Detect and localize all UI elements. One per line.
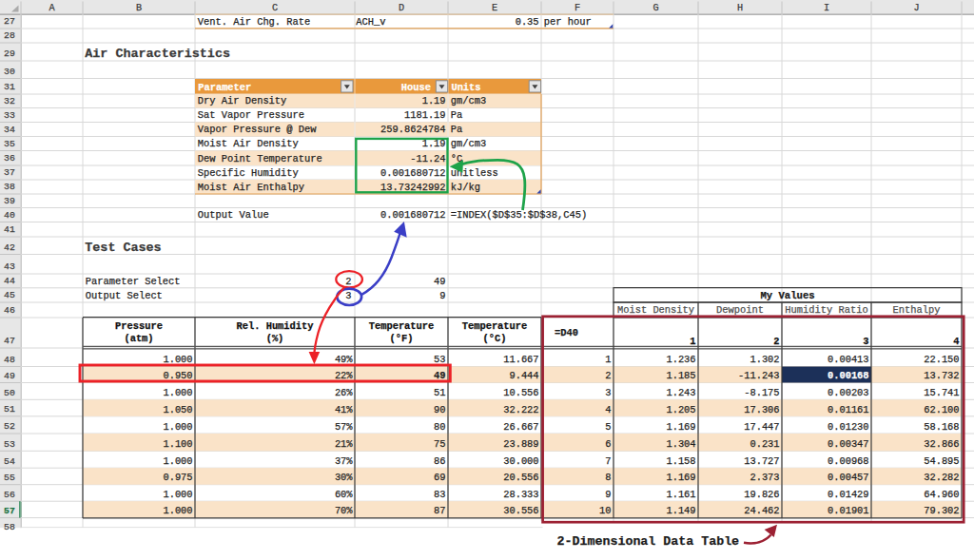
svg-text:10: 10 [599,505,611,516]
svg-text:48: 48 [4,355,15,365]
svg-text:20.556: 20.556 [503,472,538,483]
svg-text:19.826: 19.826 [744,489,779,500]
svg-text:(atm): (atm) [124,333,153,344]
svg-text:(°F): (°F) [390,333,414,344]
svg-text:39: 39 [4,196,15,206]
svg-text:Output Select: Output Select [86,290,163,301]
svg-text:35: 35 [4,139,15,149]
svg-text:57%: 57% [335,421,353,433]
svg-text:A: A [49,3,55,13]
svg-text:2-Dimensional Data Table: 2-Dimensional Data Table [557,534,740,549]
svg-text:57: 57 [4,506,15,516]
svg-text:0.001680712: 0.001680712 [380,209,446,221]
svg-text:1.158: 1.158 [666,455,695,467]
svg-text:50: 50 [4,388,15,398]
svg-text:21%: 21% [335,438,353,450]
svg-text:23.889: 23.889 [503,438,538,450]
svg-text:Pa: Pa [451,124,462,135]
svg-text:37%: 37% [335,455,353,467]
svg-text:90: 90 [434,404,445,415]
svg-text:54: 54 [4,456,15,467]
svg-text:26%: 26% [335,387,353,398]
svg-text:Specific Humidity: Specific Humidity [198,167,299,179]
svg-text:53: 53 [4,439,15,450]
svg-text:79.302: 79.302 [924,505,959,516]
svg-text:30.556: 30.556 [503,505,538,516]
svg-text:41%: 41% [335,404,353,415]
svg-text:0.00203: 0.00203 [828,387,869,398]
svg-text:38: 38 [4,182,15,192]
svg-text:1.149: 1.149 [666,505,695,516]
svg-text:3: 3 [345,290,351,301]
svg-text:32.866: 32.866 [924,438,959,450]
svg-text:52: 52 [4,421,15,432]
svg-text:0.01230: 0.01230 [828,421,869,433]
svg-text:0.00168: 0.00168 [828,370,869,381]
svg-text:2: 2 [345,276,351,287]
svg-text:17.306: 17.306 [744,404,779,415]
svg-text:31: 31 [4,82,15,92]
svg-text:44: 44 [4,276,15,286]
svg-text:J: J [913,3,919,13]
svg-text:1.050: 1.050 [163,404,192,415]
svg-text:0.00457: 0.00457 [828,472,869,483]
svg-text:17.447: 17.447 [744,421,779,433]
svg-text:ACH_v: ACH_v [356,16,385,28]
svg-text:H: H [737,3,743,13]
svg-text:70%: 70% [335,505,353,516]
svg-text:My Values: My Values [760,290,814,301]
svg-text:49: 49 [434,276,445,287]
svg-text:10.556: 10.556 [503,387,538,398]
svg-text:22.150: 22.150 [924,354,959,365]
svg-text:1.000: 1.000 [163,455,192,467]
svg-text:22%: 22% [335,370,353,381]
svg-text:54.895: 54.895 [924,455,959,467]
svg-text:Dewpoint: Dewpoint [716,304,764,316]
svg-text:Temperature: Temperature [462,320,528,332]
svg-text:49: 49 [4,371,15,381]
svg-text:28: 28 [4,30,15,41]
svg-text:83: 83 [434,489,445,500]
svg-text:259.8624784: 259.8624784 [380,124,446,135]
svg-text:Sat Vapor Pressure: Sat Vapor Pressure [198,109,304,121]
svg-text:0.231: 0.231 [750,438,779,450]
svg-text:9.444: 9.444 [509,370,538,381]
svg-text:1.185: 1.185 [666,370,695,381]
svg-text:Units: Units [451,82,480,93]
svg-text:51: 51 [4,404,15,415]
svg-text:9: 9 [439,290,445,301]
svg-text:D: D [399,3,404,13]
svg-text:7: 7 [605,455,611,467]
svg-text:64.960: 64.960 [924,489,959,500]
svg-text:1.302: 1.302 [750,354,779,365]
svg-text:C: C [272,3,278,13]
svg-text:Temperature: Temperature [369,320,435,332]
svg-text:Humidity Ratio: Humidity Ratio [785,304,867,316]
svg-text:Parameter Select: Parameter Select [86,276,181,287]
svg-text:30: 30 [4,67,15,77]
svg-text:45: 45 [4,290,15,300]
svg-text:Parameter: Parameter [198,82,251,93]
svg-text:1.000: 1.000 [163,387,192,398]
svg-text:G: G [653,3,658,13]
svg-text:86: 86 [434,455,445,467]
svg-text:B: B [136,3,142,13]
svg-text:32.282: 32.282 [924,472,959,483]
svg-text:2: 2 [773,336,779,347]
svg-text:Moist Air Enthalpy: Moist Air Enthalpy [198,182,304,193]
svg-text:80: 80 [434,421,445,433]
svg-text:55: 55 [4,473,15,483]
svg-text:Output Value: Output Value [198,209,269,221]
svg-text:Test Cases: Test Cases [85,241,161,255]
svg-text:47: 47 [4,336,15,346]
svg-text:-11.243: -11.243 [738,370,780,381]
svg-text:30.000: 30.000 [503,455,538,467]
svg-text:32.222: 32.222 [503,404,538,415]
svg-text:30%: 30% [335,472,353,483]
svg-text:40: 40 [4,210,15,221]
svg-text:43: 43 [4,261,15,272]
svg-text:1.19: 1.19 [422,95,446,106]
svg-text:46: 46 [4,305,15,316]
svg-text:Rel. Humidity: Rel. Humidity [236,320,314,332]
svg-text:1.169: 1.169 [666,421,695,433]
